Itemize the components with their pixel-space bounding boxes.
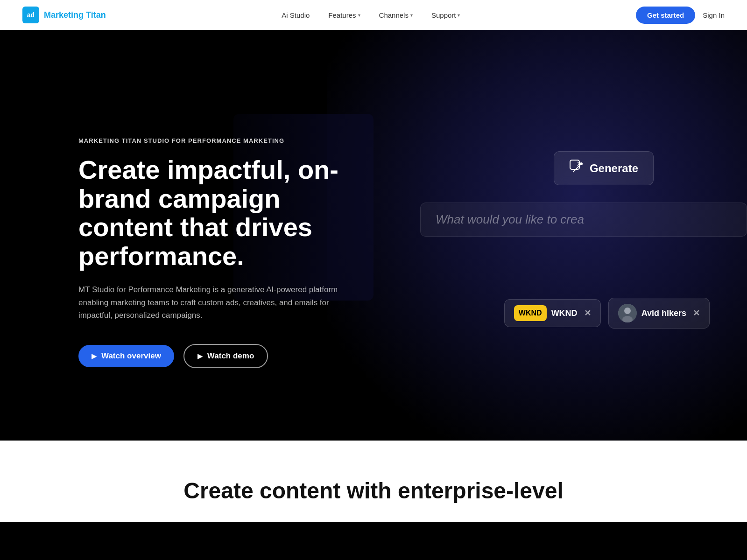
- generate-label: Generate: [590, 162, 638, 175]
- nav-item-features[interactable]: Features ▾: [321, 7, 367, 23]
- brand-chips-row: WKND WKND ✕ Avid hikers ✕: [504, 298, 710, 329]
- hero-content: MARKETING TITAN STUDIO FOR PERFORMANCE M…: [78, 137, 349, 368]
- sign-in-link[interactable]: Sign In: [703, 11, 725, 19]
- watch-overview-button[interactable]: ▶ Watch overview: [78, 345, 174, 367]
- prompt-placeholder-text: What would you like to crea: [436, 212, 584, 226]
- brand-chip-avid-hikers[interactable]: Avid hikers ✕: [608, 298, 710, 329]
- nav-item-ai-studio[interactable]: Ai Studio: [274, 7, 317, 23]
- generate-icon: [569, 159, 584, 177]
- nav-item-channels[interactable]: Channels ▾: [372, 7, 420, 23]
- wknd-badge: WKND: [514, 305, 547, 321]
- hero-headline: Create impactful, on-brand campaign cont…: [78, 155, 349, 270]
- hero-eyebrow: MARKETING TITAN STUDIO FOR PERFORMANCE M…: [78, 137, 349, 144]
- chevron-down-icon: ▾: [458, 13, 460, 18]
- play-icon: ▶: [197, 352, 203, 360]
- hero-section: Generate What would you like to crea WKN…: [0, 30, 747, 441]
- close-icon[interactable]: ✕: [584, 308, 591, 318]
- hero-ui-preview: Generate What would you like to crea WKN…: [327, 58, 747, 385]
- nav-item-support[interactable]: Support ▾: [424, 7, 468, 23]
- chevron-down-icon: ▾: [358, 13, 360, 18]
- brand-name: Marketing Titan: [44, 10, 106, 20]
- prompt-input-card[interactable]: What would you like to crea: [420, 203, 747, 237]
- avid-hikers-label: Avid hikers: [641, 308, 686, 318]
- navbar-logo-area: ad Marketing Titan: [22, 7, 106, 23]
- svg-point-1: [580, 162, 583, 165]
- close-icon[interactable]: ✕: [693, 308, 700, 318]
- play-icon: ▶: [92, 352, 97, 360]
- watch-demo-button[interactable]: ▶ Watch demo: [183, 344, 268, 368]
- chevron-down-icon: ▾: [410, 13, 413, 18]
- navbar-actions: Get started Sign In: [636, 7, 725, 24]
- wknd-label: WKND: [551, 308, 578, 318]
- hero-description: MT Studio for Performance Marketing is a…: [78, 283, 349, 322]
- logo-icon: ad: [22, 7, 39, 23]
- generate-card: Generate: [554, 151, 654, 185]
- navbar: ad Marketing Titan Ai Studio Features ▾ …: [0, 0, 747, 30]
- bottom-headline: Create content with enterprise-level: [78, 478, 669, 504]
- get-started-button[interactable]: Get started: [636, 7, 695, 24]
- svg-point-3: [624, 308, 631, 314]
- avid-hikers-avatar: [618, 304, 637, 322]
- navbar-nav: Ai Studio Features ▾ Channels ▾ Support …: [274, 7, 467, 23]
- bottom-section: Create content with enterprise-level: [0, 441, 747, 522]
- hero-cta-row: ▶ Watch overview ▶ Watch demo: [78, 344, 349, 368]
- brand-chip-wknd[interactable]: WKND WKND ✕: [504, 299, 601, 327]
